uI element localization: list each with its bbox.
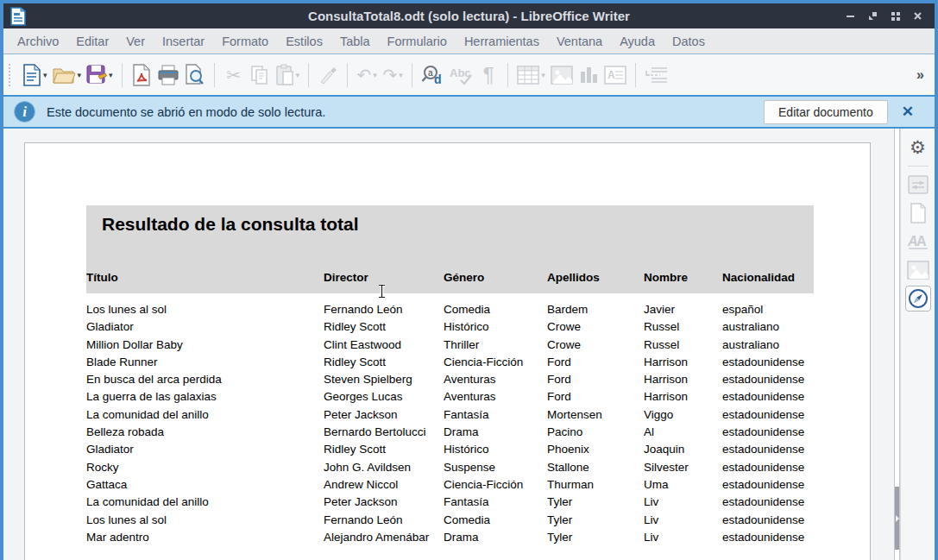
undo-icon[interactable]: ↶▾ — [354, 60, 380, 90]
toolbar-separator — [122, 63, 123, 87]
spelling-icon[interactable]: Abc — [446, 60, 475, 90]
print-icon[interactable] — [154, 60, 182, 90]
query-result-table: Los lunes al solFernando LeónComediaBard… — [86, 301, 814, 546]
menu-item-formulario[interactable]: Formulario — [379, 30, 456, 53]
export-pdf-icon[interactable] — [129, 60, 154, 90]
table-cell: Ridley Scott — [324, 441, 444, 458]
save-icon[interactable]: ▾ — [84, 60, 116, 90]
copy-icon[interactable] — [247, 60, 273, 90]
table-cell: Blade Runner — [86, 354, 324, 371]
menu-item-ventana[interactable]: Ventana — [548, 30, 611, 53]
sidebar-tab-navigator-deck[interactable] — [905, 286, 931, 311]
find-replace-icon[interactable]: ad — [419, 60, 446, 90]
sidebar-tab-sidebar-settings[interactable]: ⚙ — [905, 135, 931, 160]
menu-item-editar[interactable]: Editar — [67, 30, 117, 53]
open-file-icon[interactable]: ▾ — [50, 60, 85, 90]
redo-dropdown-icon[interactable]: ▾ — [399, 71, 403, 79]
menubar: ArchivoEditarVerInsertarFormatoEstilosTa… — [3, 28, 935, 54]
table-cell: estadounidense — [722, 388, 814, 406]
table-cell: Fantasía — [444, 406, 547, 424]
table-cell: Tyler — [547, 512, 644, 529]
table-row: Los lunes al solFernando LeónComediaBard… — [86, 301, 814, 318]
minimize-icon[interactable] — [843, 9, 857, 23]
clone-formatting-icon[interactable] — [315, 60, 341, 90]
menu-item-insertar[interactable]: Insertar — [154, 30, 213, 53]
table-cell: Liv — [644, 494, 722, 511]
restore-icon[interactable] — [866, 9, 879, 23]
table-cell: Joaquin — [644, 441, 722, 458]
column-header: Nacionalidad — [722, 271, 814, 284]
insert-page-break-icon[interactable] — [642, 60, 671, 90]
sidebar-tab-styles-deck[interactable]: AA — [905, 229, 931, 255]
table-cell: Suspense — [444, 459, 547, 476]
table-cell: estadounidense — [722, 459, 814, 476]
table-cell: Liv — [644, 512, 722, 529]
insert-chart-icon[interactable] — [576, 60, 601, 90]
toolbar-gripper[interactable] — [9, 64, 14, 86]
new-document-dropdown-icon[interactable]: ▾ — [43, 71, 47, 79]
table-cell: Histórico — [444, 441, 547, 458]
sidebar-hide-handle[interactable] — [895, 487, 899, 550]
table-cell: Pacino — [547, 424, 644, 441]
toolbar-overflow-icon[interactable]: » — [916, 67, 929, 83]
paste-icon[interactable]: ▾ — [273, 60, 303, 90]
menu-item-tabla[interactable]: Tabla — [331, 30, 379, 53]
table-cell: Bernardo Bertolucci — [324, 424, 444, 441]
sidebar-tab-gallery-deck[interactable] — [905, 257, 931, 283]
table-row: En busca del arca perdidaSteven Spielber… — [86, 371, 814, 388]
table-cell: Steven Spielberg — [324, 371, 444, 388]
table-cell: Russel — [644, 318, 722, 336]
table-row: GladiatorRidley ScottHistóricoCroweRusse… — [86, 318, 814, 336]
undo-dropdown-icon[interactable]: ▾ — [373, 71, 377, 79]
insert-table-icon[interactable]: ▾ — [514, 60, 548, 90]
table-cell: Clint Eastwood — [324, 337, 444, 354]
table-cell: Crowe — [547, 318, 644, 336]
menu-item-herramientas[interactable]: Herramientas — [456, 30, 548, 53]
infobar-close-icon[interactable]: ✕ — [888, 103, 926, 121]
table-header-block: Resultado de la consulta total TítuloDir… — [86, 205, 814, 293]
insert-image-icon[interactable] — [548, 60, 576, 90]
print-preview-icon[interactable] — [182, 60, 208, 90]
insert-textbox-icon[interactable]: A — [601, 60, 629, 90]
menu-item-archivo[interactable]: Archivo — [9, 30, 67, 53]
maximize-icon[interactable] — [888, 9, 902, 23]
column-header: Género — [444, 271, 547, 284]
menu-item-formato[interactable]: Formato — [213, 30, 277, 53]
sidebar-tabbar: ⚙AA — [900, 129, 935, 560]
table-cell: La guerra de las galaxias — [86, 388, 324, 406]
toolbar-separator — [347, 63, 348, 87]
edit-document-button[interactable]: Editar documento — [764, 100, 888, 124]
insert-table-dropdown-icon[interactable]: ▾ — [541, 71, 545, 79]
close-icon[interactable] — [910, 9, 924, 23]
sidebar-tab-properties-deck[interactable] — [905, 172, 931, 198]
redo-icon[interactable]: ↷▾ — [380, 60, 406, 90]
new-document-icon[interactable]: ▾ — [19, 60, 50, 90]
sidebar-separator — [908, 166, 929, 167]
info-icon: i — [14, 101, 35, 123]
document-page[interactable]: Resultado de la consulta total TítuloDir… — [24, 142, 871, 560]
document-title: Resultado de la consulta total — [102, 214, 359, 235]
menu-item-estilos[interactable]: Estilos — [277, 30, 331, 53]
table-cell: Javier — [644, 301, 722, 318]
window-title: ConsultaTotal8.odt (solo lectura) - Libr… — [3, 9, 935, 23]
menu-item-ver[interactable]: Ver — [117, 30, 154, 53]
menu-item-ayuda[interactable]: Ayuda — [611, 30, 664, 53]
writer-app-icon — [8, 6, 28, 27]
column-header: Título — [86, 271, 324, 284]
table-cell: Fernando León — [324, 301, 444, 318]
window-controls — [843, 9, 935, 23]
open-file-dropdown-icon[interactable]: ▾ — [78, 71, 82, 79]
table-cell: estadounidense — [722, 354, 814, 371]
table-cell: Mortensen — [547, 406, 644, 424]
menu-item-datos[interactable]: Datos — [664, 30, 714, 53]
table-cell: La comunidad del anillo — [86, 406, 324, 424]
paste-dropdown-icon[interactable]: ▾ — [296, 71, 300, 79]
table-cell: Gattaca — [86, 476, 324, 494]
save-dropdown-icon[interactable]: ▾ — [109, 71, 113, 79]
cut-icon[interactable]: ✂ — [221, 60, 247, 90]
table-cell: Harrison — [644, 354, 722, 371]
table-cell: Drama — [444, 424, 547, 441]
svg-text:a: a — [428, 68, 433, 78]
formatting-marks-icon[interactable]: ¶ — [475, 60, 501, 90]
sidebar-tab-page-deck[interactable] — [905, 200, 931, 226]
